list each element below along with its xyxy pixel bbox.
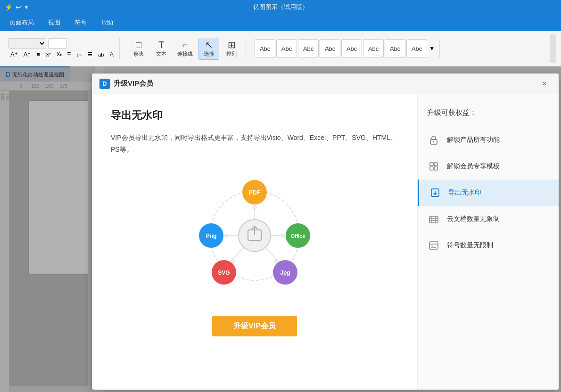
font-controls: 10 A⁺ A⁻ ≡ X² X₂ T̶ ↕≡ ☰ ab A bbox=[8, 38, 116, 59]
modal-close-button[interactable]: × bbox=[538, 77, 551, 90]
svg-text:PDF: PDF bbox=[249, 189, 260, 196]
menu-bar: 页面布局 视图 符号 帮助 bbox=[0, 14, 561, 31]
style-abc-6[interactable]: Abc bbox=[385, 39, 405, 58]
toolbar: 10 A⁺ A⁻ ≡ X² X₂ T̶ ↕≡ ☰ ab A □ 形状 T 文本 bbox=[0, 31, 561, 66]
feature-export-watermark[interactable]: 导出无水印 bbox=[418, 180, 559, 206]
style-abc-7[interactable]: Abc bbox=[406, 39, 427, 58]
main-area: D 无纸化自动处理流程图 0 150 160 170 180 190 200 2… bbox=[0, 66, 561, 392]
feature-unlock-all-label: 解锁产品所有功能 bbox=[447, 136, 500, 144]
abc-style-group: Abc Abc Abc Abc Abc Abc Abc Abc ▼ bbox=[251, 39, 440, 58]
export-title: 导出无水印 bbox=[111, 108, 398, 122]
title-bar-left-icons: ⚡ ↩ ▼ bbox=[5, 3, 29, 11]
app-title: 亿图图示（试用版） bbox=[253, 3, 308, 11]
modal-body: 导出无水印 VIP会员导出无水印，同时导出格式更丰富，支持导出Visio、Wor… bbox=[92, 94, 559, 390]
menu-item-symbol[interactable]: 符号 bbox=[74, 18, 87, 27]
diagram-svg: PDF Office Jpg SVG Png bbox=[189, 170, 321, 302]
subscript-icon[interactable]: X₂ bbox=[55, 50, 64, 58]
font-row-2: A⁺ A⁻ ≡ X² X₂ T̶ ↕≡ ☰ ab A bbox=[8, 50, 116, 59]
font-color-icon[interactable]: A bbox=[107, 50, 116, 59]
feature-unlock-template-label: 解锁会员专享模板 bbox=[447, 162, 500, 171]
feature-export-label: 导出无水印 bbox=[448, 188, 481, 197]
select-button[interactable]: ↖ 选择 bbox=[198, 38, 219, 60]
feature-unlock-template[interactable]: 解锁会员专享模板 bbox=[418, 153, 559, 180]
export-icon bbox=[429, 186, 442, 199]
svg-rect-29 bbox=[434, 167, 437, 170]
svg-text:Jpg: Jpg bbox=[280, 270, 290, 276]
style-abc-1[interactable]: Abc bbox=[276, 39, 297, 58]
style-abc-0[interactable]: Abc bbox=[255, 39, 275, 58]
style-abc-4[interactable]: Abc bbox=[341, 39, 362, 58]
cloud-icon bbox=[427, 212, 440, 226]
export-description: VIP会员导出无水印，同时导出格式更丰富，支持导出Visio、Word、Exce… bbox=[111, 132, 398, 155]
feature-cloud-docs-label: 云文档数量无限制 bbox=[447, 215, 500, 223]
font-size-input[interactable]: 10 bbox=[48, 38, 67, 49]
title-bar: ⚡ ↩ ▼ 亿图图示（试用版） bbox=[0, 0, 561, 14]
format-diagram: PDF Office Jpg SVG Png bbox=[189, 170, 321, 302]
modal-left-panel: 导出无水印 VIP会员导出无水印，同时导出格式更丰富，支持导出Visio、Wor… bbox=[92, 94, 417, 390]
lock-icon bbox=[427, 133, 440, 147]
right-panel-title: 升级可获权益： bbox=[418, 104, 559, 127]
svg-rect-28 bbox=[430, 167, 433, 170]
strikethrough-icon[interactable]: T̶ bbox=[66, 50, 73, 58]
menu-item-layout[interactable]: 页面布局 bbox=[9, 18, 34, 27]
font-family-select[interactable] bbox=[8, 38, 46, 49]
svg-text:SVG: SVG bbox=[218, 270, 230, 276]
svg-point-6 bbox=[253, 205, 256, 209]
modal-right-panel: 升级可获权益： 解锁产品所有功能 bbox=[417, 94, 559, 390]
text-style-icon[interactable]: ab bbox=[96, 51, 106, 58]
svg-rect-26 bbox=[430, 163, 433, 166]
svg-point-11 bbox=[239, 220, 271, 252]
font-group: 10 A⁺ A⁻ ≡ X² X₂ T̶ ↕≡ ☰ ab A bbox=[5, 38, 120, 59]
modal-overlay: D 升级VIP会员 × 导出无水印 VIP会员导出无水印，同时导出格式更丰富，支… bbox=[0, 66, 561, 392]
unordered-list-icon[interactable]: ☰ bbox=[86, 50, 94, 58]
feature-unlock-all[interactable]: 解锁产品所有功能 bbox=[418, 127, 559, 153]
font-shrink-icon[interactable]: A⁻ bbox=[22, 50, 33, 59]
arrange-icon: ⊞ bbox=[228, 40, 236, 49]
scrollbar-right-indicator bbox=[550, 34, 556, 63]
menu-item-view[interactable]: 视图 bbox=[48, 18, 60, 27]
modal-header-icon: D bbox=[99, 79, 110, 89]
modal-header: D 升级VIP会员 × bbox=[92, 74, 559, 94]
shape-group: □ 形状 T 文本 ⌐ 连接线 ↖ 选择 ⊞ 排列 bbox=[124, 38, 246, 60]
abc-more-icon[interactable]: ▼ bbox=[428, 44, 436, 53]
text-button[interactable]: T 文本 bbox=[151, 38, 172, 59]
connector-button[interactable]: ⌐ 连接线 bbox=[173, 38, 197, 59]
undo-icon[interactable]: ↩ bbox=[16, 3, 21, 11]
shape-button[interactable]: □ 形状 bbox=[128, 38, 149, 59]
modal-title: 升级VIP会员 bbox=[114, 79, 534, 88]
shape-icon: □ bbox=[136, 40, 141, 49]
svg-text:Office: Office bbox=[290, 233, 305, 239]
superscript-icon[interactable]: X² bbox=[44, 51, 53, 58]
svg-rect-36 bbox=[429, 242, 438, 249]
grid-icon bbox=[427, 160, 440, 173]
style-abc-5[interactable]: Abc bbox=[363, 39, 384, 58]
font-row-1: 10 bbox=[8, 38, 116, 49]
arrange-button[interactable]: ⊞ 排列 bbox=[221, 38, 242, 59]
svg-point-25 bbox=[433, 141, 435, 143]
feature-cloud-docs[interactable]: 云文档数量无限制 bbox=[418, 206, 559, 232]
dropdown-icon[interactable]: ▼ bbox=[24, 5, 29, 10]
svg-rect-31 bbox=[429, 216, 438, 223]
svg-point-10 bbox=[224, 234, 228, 237]
font-bold-icon[interactable]: A⁺ bbox=[8, 50, 20, 59]
list-icon[interactable]: ↕≡ bbox=[74, 51, 84, 58]
menu-item-help[interactable]: 帮助 bbox=[101, 18, 113, 27]
upgrade-vip-button[interactable]: 升级VIP会员 bbox=[212, 316, 297, 336]
select-icon: ↖ bbox=[205, 40, 213, 49]
vip-modal: D 升级VIP会员 × 导出无水印 VIP会员导出无水印，同时导出格式更丰富，支… bbox=[92, 74, 559, 390]
style-abc-3[interactable]: Abc bbox=[320, 39, 340, 58]
symbol-icon bbox=[427, 239, 440, 252]
quick-access-icon: ⚡ bbox=[5, 3, 13, 11]
svg-text:Png: Png bbox=[206, 233, 217, 239]
text-icon: T bbox=[158, 40, 164, 49]
svg-point-7 bbox=[281, 234, 285, 237]
svg-point-9 bbox=[231, 260, 235, 263]
svg-rect-27 bbox=[434, 163, 437, 166]
svg-point-8 bbox=[274, 260, 278, 263]
feature-symbol-unlimited[interactable]: 符号数量无限制 bbox=[418, 232, 559, 259]
feature-symbol-unlimited-label: 符号数量无限制 bbox=[447, 241, 493, 250]
style-abc-2[interactable]: Abc bbox=[298, 39, 319, 58]
connector-icon: ⌐ bbox=[182, 40, 188, 49]
font-align-icon[interactable]: ≡ bbox=[34, 50, 42, 59]
